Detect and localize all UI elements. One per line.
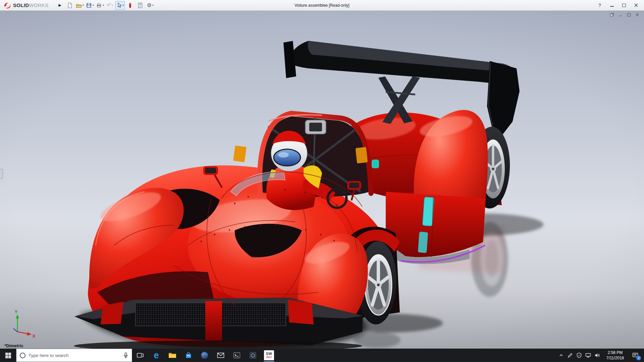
tray-overflow-button[interactable] bbox=[556, 349, 566, 362]
mail-button[interactable] bbox=[213, 349, 229, 362]
browser-globe-icon bbox=[201, 351, 209, 359]
triad-y-label: Y bbox=[15, 310, 17, 314]
tray-pen-button[interactable] bbox=[566, 349, 575, 362]
terminal-icon bbox=[233, 352, 240, 359]
help-button[interactable]: ? bbox=[594, 1, 606, 10]
minimize-button[interactable] bbox=[606, 1, 618, 10]
notification-badge: 2 bbox=[636, 356, 641, 360]
terminal-button[interactable] bbox=[229, 349, 245, 362]
solidworks-icon-label: SW bbox=[266, 352, 272, 356]
solidworks-app-icon: SW 2017 bbox=[264, 350, 274, 360]
view-orientation-label: *Dimetric bbox=[4, 343, 23, 348]
search-input[interactable] bbox=[29, 353, 120, 358]
new-document-button[interactable] bbox=[65, 1, 74, 10]
app-cube-icon bbox=[249, 352, 257, 359]
app-titlebar: SOLIDWORKS ▶ ▾ ▾ ▾ ↶ ▾ bbox=[0, 0, 644, 11]
solidworks-logo: SOLIDWORKS bbox=[0, 2, 51, 9]
settings-dropdown-caret[interactable]: ▾ bbox=[152, 4, 154, 7]
save-floppy-icon bbox=[86, 2, 92, 8]
undo-dropdown-caret[interactable]: ▾ bbox=[112, 4, 113, 7]
cortana-icon bbox=[20, 353, 25, 358]
action-center-button[interactable]: 2 bbox=[629, 349, 642, 362]
doc-minimize-icon[interactable] bbox=[619, 13, 623, 17]
brand-works: WORKS bbox=[29, 2, 48, 8]
triad-x-label: X bbox=[33, 334, 35, 339]
pen-icon bbox=[568, 353, 573, 358]
open-dropdown-caret[interactable]: ▾ bbox=[83, 4, 84, 7]
start-button[interactable] bbox=[0, 349, 16, 362]
window-title: Voiture assemblee [Read-only] bbox=[294, 0, 349, 11]
file-explorer-button[interactable] bbox=[164, 349, 180, 362]
edge-icon: e bbox=[154, 351, 159, 360]
graphics-area[interactable]: Y X *Dimetric bbox=[0, 11, 644, 349]
edge-button[interactable]: e bbox=[148, 349, 164, 362]
close-button[interactable] bbox=[630, 1, 642, 10]
open-folder-icon bbox=[76, 2, 82, 8]
orange-panel-left bbox=[233, 145, 247, 162]
speaker-icon bbox=[594, 353, 600, 358]
maximize-button[interactable] bbox=[618, 1, 630, 10]
panel-collapse-handle[interactable] bbox=[0, 169, 3, 179]
save-button[interactable]: ▾ bbox=[85, 1, 95, 10]
tray-network-button[interactable] bbox=[584, 349, 593, 362]
helmet-visor bbox=[274, 149, 301, 166]
doc-restore-icon[interactable] bbox=[610, 13, 614, 17]
select-pointer-icon bbox=[116, 2, 122, 8]
doc-maximize-icon[interactable] bbox=[627, 13, 631, 17]
doc-close-icon[interactable] bbox=[635, 13, 639, 17]
save-dropdown-caret[interactable]: ▾ bbox=[93, 4, 94, 7]
windows-logo-icon bbox=[5, 353, 11, 358]
document-window-controls bbox=[610, 13, 639, 17]
store-button[interactable] bbox=[180, 349, 197, 362]
brand-solid: SOLID bbox=[13, 2, 29, 8]
document-properties-icon bbox=[137, 2, 143, 8]
browser-button[interactable] bbox=[197, 349, 213, 362]
file-explorer-icon bbox=[168, 352, 176, 359]
maximize-icon bbox=[622, 4, 626, 7]
tray-security-button[interactable] bbox=[575, 349, 584, 362]
open-button[interactable]: ▾ bbox=[75, 1, 85, 10]
tray-volume-button[interactable] bbox=[593, 349, 602, 362]
splitter-pillar bbox=[205, 301, 222, 342]
toolbar-expand-arrow[interactable]: ▶ bbox=[51, 3, 65, 7]
rebuild-button[interactable] bbox=[125, 1, 135, 10]
clock-date: 7/11/2018 bbox=[602, 356, 629, 361]
windows-taskbar: e bbox=[0, 349, 644, 362]
select-dropdown-caret[interactable]: ▾ bbox=[122, 4, 124, 7]
close-icon bbox=[634, 3, 638, 7]
rebuild-icon bbox=[127, 2, 133, 8]
microphone-icon[interactable] bbox=[123, 352, 128, 358]
chevron-up-icon bbox=[559, 353, 564, 358]
teal-duct bbox=[372, 160, 379, 168]
undo-icon: ↶ bbox=[107, 2, 111, 8]
task-view-button[interactable] bbox=[132, 349, 148, 362]
taskbar-search[interactable] bbox=[16, 349, 132, 362]
undo-button[interactable]: ↶ ▾ bbox=[105, 1, 115, 10]
minimize-icon bbox=[610, 4, 614, 7]
3d-model-scene: Y X bbox=[0, 11, 644, 349]
print-button[interactable]: ▾ bbox=[95, 1, 105, 10]
store-bag-icon bbox=[185, 352, 192, 359]
task-view-icon bbox=[137, 352, 144, 359]
gear-icon: ⚙ bbox=[147, 2, 152, 8]
print-dropdown-caret[interactable]: ▾ bbox=[103, 4, 104, 7]
solidworks-icon-year: 2017 bbox=[266, 356, 272, 359]
new-document-icon bbox=[67, 2, 73, 8]
select-button[interactable]: ▾ bbox=[115, 1, 125, 10]
document-properties-button[interactable] bbox=[136, 1, 145, 10]
ds-logo-icon bbox=[3, 2, 11, 9]
cyan-panel-lower bbox=[418, 232, 428, 253]
clock-time: 2:58 PM bbox=[602, 350, 629, 356]
shield-icon bbox=[577, 353, 582, 358]
orange-panel-right bbox=[356, 147, 368, 163]
settings-button[interactable]: ⚙ ▾ bbox=[146, 1, 155, 10]
network-icon bbox=[585, 353, 591, 358]
mail-envelope-icon bbox=[217, 352, 224, 358]
taskbar-clock[interactable]: 2:58 PM 7/11/2018 bbox=[602, 350, 629, 361]
print-icon bbox=[96, 2, 102, 8]
app-button[interactable] bbox=[245, 349, 261, 362]
solidworks-taskbar-button[interactable]: SW 2017 bbox=[261, 349, 277, 362]
